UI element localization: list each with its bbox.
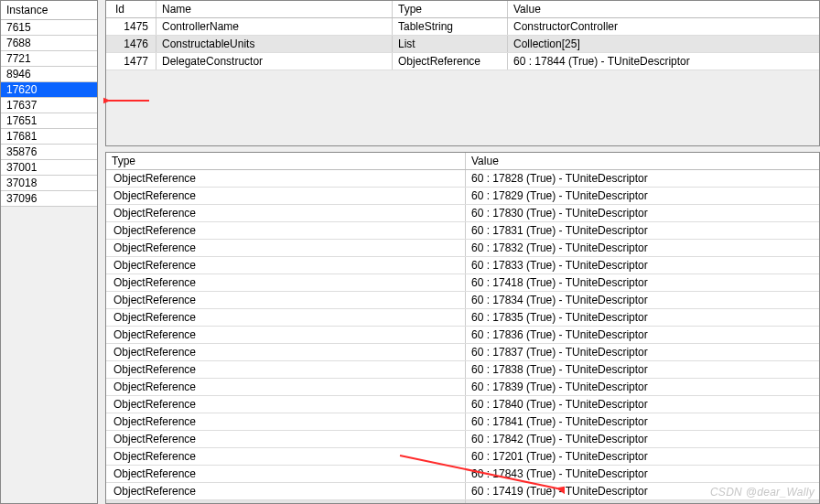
properties-grid-header[interactable]: Id Name Type Value <box>106 1 819 18</box>
cell-type: ObjectReference <box>106 205 466 221</box>
instance-list-body: 7615768877218946176201763717651176813587… <box>1 20 97 207</box>
cell-value: 60 : 17830 (True) - TUniteDescriptor <box>466 205 819 221</box>
cell-value: 60 : 17833 (True) - TUniteDescriptor <box>466 257 819 273</box>
cell-value: 60 : 17835 (True) - TUniteDescriptor <box>466 309 819 326</box>
cell-id: 1476 <box>106 36 156 52</box>
instance-row[interactable]: 35876 <box>1 145 97 160</box>
cell-value: 60 : 17418 (True) - TUniteDescriptor <box>466 274 819 291</box>
cell-type: ObjectReference <box>393 53 508 70</box>
collection-row[interactable]: ObjectReference60 : 17419 (True) - TUnit… <box>106 483 819 500</box>
property-row[interactable]: 1475ControllerNameTableStringConstructor… <box>106 18 819 36</box>
cell-type: ObjectReference <box>106 396 466 413</box>
cell-value: 60 : 17836 (True) - TUniteDescriptor <box>466 327 819 343</box>
instance-row[interactable]: 37001 <box>1 160 97 176</box>
cell-id: 1477 <box>106 53 156 70</box>
instance-row[interactable]: 7721 <box>1 51 97 67</box>
collection-row[interactable]: ObjectReference60 : 17838 (True) - TUnit… <box>106 361 819 379</box>
cell-type: ObjectReference <box>106 500 466 503</box>
col-header-type[interactable]: Type <box>106 153 466 169</box>
cell-type: ObjectReference <box>106 483 466 499</box>
instance-row[interactable]: 17620 <box>1 82 97 98</box>
cell-value: Collection[25] <box>508 36 819 52</box>
properties-grid: Id Name Type Value 1475ControllerNameTab… <box>105 0 820 146</box>
cell-name: DelegateConstructor <box>156 53 393 70</box>
collection-grid-header[interactable]: Type Value <box>106 153 819 170</box>
cell-value: ConstructorController <box>508 18 819 35</box>
cell-type: ObjectReference <box>106 222 466 239</box>
instance-header-label: Instance <box>1 1 97 20</box>
col-header-type[interactable]: Type <box>393 1 508 17</box>
cell-value: 60 : 17201 (True) - TUniteDescriptor <box>466 448 819 465</box>
collection-row[interactable]: ObjectReference60 : 17828 (True) - TUnit… <box>106 170 819 188</box>
instance-row[interactable]: 8946 <box>1 67 97 82</box>
cell-value: 60 : 17419 (True) - TUniteDescriptor <box>466 483 819 499</box>
cell-value: 60 : 17840 (True) - TUniteDescriptor <box>466 396 819 413</box>
cell-type: ObjectReference <box>106 240 466 256</box>
cell-value: 60 : 17841 (True) - TUniteDescriptor <box>466 413 819 430</box>
instance-row[interactable]: 7688 <box>1 36 97 51</box>
cell-type: ObjectReference <box>106 309 466 326</box>
cell-type: ObjectReference <box>106 466 466 482</box>
collection-row[interactable]: ObjectReference60 : 17837 (True) - TUnit… <box>106 344 819 361</box>
collection-row[interactable]: ObjectReference60 : 17843 (True) - TUnit… <box>106 466 819 483</box>
collection-row[interactable]: ObjectReference60 : 17841 (True) - TUnit… <box>106 413 819 431</box>
col-header-name[interactable]: Name <box>156 1 393 17</box>
col-header-id[interactable]: Id <box>106 1 156 17</box>
collection-row[interactable]: ObjectReference60 : 17829 (True) - TUnit… <box>106 188 819 205</box>
cell-type: ObjectReference <box>106 257 466 273</box>
cell-type: ObjectReference <box>106 431 466 447</box>
instance-row[interactable]: 17681 <box>1 129 97 145</box>
collection-row[interactable]: ObjectReference60 : 17830 (True) - TUnit… <box>106 205 819 222</box>
collection-row[interactable]: ObjectReference60 : 17839 (True) - TUnit… <box>106 379 819 396</box>
cell-value: 60 : 17832 (True) - TUniteDescriptor <box>466 240 819 256</box>
instance-row[interactable]: 37096 <box>1 191 97 207</box>
instance-list-header[interactable]: Instance <box>1 1 97 20</box>
cell-name: ConstructableUnits <box>156 36 393 52</box>
collection-row[interactable]: ObjectReference60 : 7270 (True) - TUnite… <box>106 500 819 503</box>
cell-type: ObjectReference <box>106 292 466 308</box>
cell-type: ObjectReference <box>106 188 466 204</box>
instance-list-filler <box>1 207 97 503</box>
collection-row[interactable]: ObjectReference60 : 17201 (True) - TUnit… <box>106 448 819 466</box>
property-row[interactable]: 1477DelegateConstructorObjectReference60… <box>106 53 819 70</box>
col-header-value[interactable]: Value <box>508 1 819 17</box>
root: Instance 7615768877218946176201763717651… <box>0 0 820 504</box>
cell-value: 60 : 17839 (True) - TUniteDescriptor <box>466 379 819 395</box>
properties-grid-body: 1475ControllerNameTableStringConstructor… <box>106 18 819 70</box>
cell-value: 60 : 7270 (True) - TUniteDescriptor <box>466 500 819 503</box>
collection-row[interactable]: ObjectReference60 : 17842 (True) - TUnit… <box>106 431 819 448</box>
cell-value: 60 : 17829 (True) - TUniteDescriptor <box>466 188 819 204</box>
collection-grid-body: ObjectReference60 : 17828 (True) - TUnit… <box>106 170 819 503</box>
cell-type: ObjectReference <box>106 327 466 343</box>
property-row[interactable]: 1476ConstructableUnitsListCollection[25] <box>106 36 819 53</box>
instance-list-panel: Instance 7615768877218946176201763717651… <box>0 0 98 504</box>
instance-row[interactable]: 17637 <box>1 98 97 113</box>
cell-type: ObjectReference <box>106 448 466 465</box>
cell-type: ObjectReference <box>106 170 466 187</box>
instance-row[interactable]: 17651 <box>1 113 97 129</box>
collection-row[interactable]: ObjectReference60 : 17831 (True) - TUnit… <box>106 222 819 240</box>
instance-row[interactable]: 7615 <box>1 20 97 36</box>
collection-row[interactable]: ObjectReference60 : 17835 (True) - TUnit… <box>106 309 819 327</box>
cell-value: 60 : 17843 (True) - TUniteDescriptor <box>466 466 819 482</box>
cell-value: 60 : 17828 (True) - TUniteDescriptor <box>466 170 819 187</box>
cell-value: 60 : 17831 (True) - TUniteDescriptor <box>466 222 819 239</box>
cell-type: TableString <box>393 18 508 35</box>
right-pane: Id Name Type Value 1475ControllerNameTab… <box>98 0 820 504</box>
cell-value: 60 : 17837 (True) - TUniteDescriptor <box>466 344 819 360</box>
col-header-value[interactable]: Value <box>466 153 819 169</box>
collection-row[interactable]: ObjectReference60 : 17840 (True) - TUnit… <box>106 396 819 413</box>
collection-row[interactable]: ObjectReference60 : 17833 (True) - TUnit… <box>106 257 819 274</box>
collection-row[interactable]: ObjectReference60 : 17836 (True) - TUnit… <box>106 327 819 344</box>
cell-type: ObjectReference <box>106 413 466 430</box>
cell-type: ObjectReference <box>106 344 466 360</box>
instance-row[interactable]: 37018 <box>1 176 97 191</box>
cell-value: 60 : 17842 (True) - TUniteDescriptor <box>466 431 819 447</box>
cell-type: ObjectReference <box>106 274 466 291</box>
collection-row[interactable]: ObjectReference60 : 17834 (True) - TUnit… <box>106 292 819 309</box>
cell-name: ControllerName <box>156 18 393 35</box>
collection-row[interactable]: ObjectReference60 : 17832 (True) - TUnit… <box>106 240 819 257</box>
collection-row[interactable]: ObjectReference60 : 17418 (True) - TUnit… <box>106 274 819 292</box>
cell-id: 1475 <box>106 18 156 35</box>
cell-type: ObjectReference <box>106 361 466 378</box>
